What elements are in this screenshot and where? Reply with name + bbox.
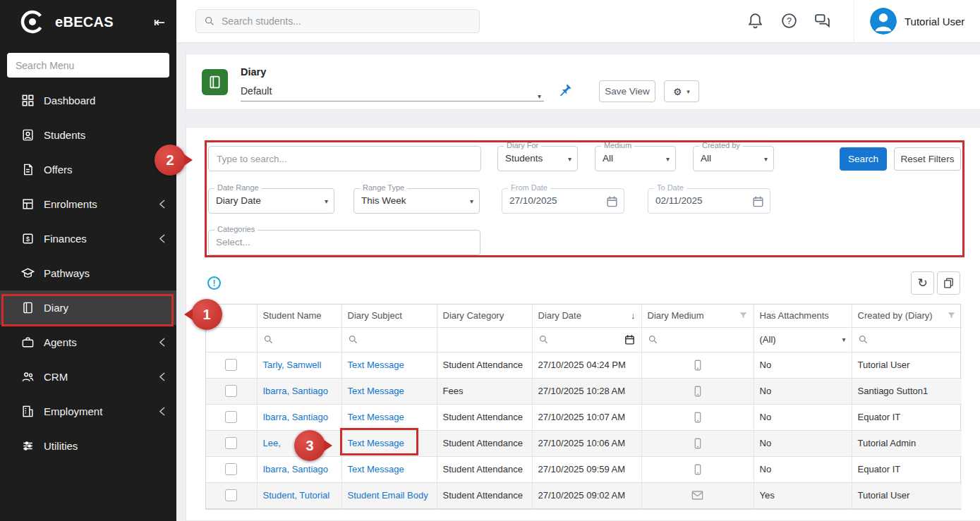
created-by-cell: Santiago Sutton1 [852, 378, 962, 404]
filter-created-by[interactable] [852, 327, 962, 352]
categories-select[interactable]: Categories Select... [208, 230, 480, 255]
sidebar-item-utilities[interactable]: Utilities [0, 429, 176, 463]
page-title: Diary [241, 66, 266, 78]
email-icon [691, 489, 704, 502]
created-by-select[interactable]: Created by All ▾ [693, 146, 774, 171]
sidebar-item-enrolments[interactable]: Enrolments [0, 187, 176, 221]
sidebar-item-pathways[interactable]: Pathways [0, 256, 176, 290]
phone-icon [691, 437, 704, 450]
col-diary-medium[interactable]: Diary Medium [641, 305, 754, 327]
diary-subject-link[interactable]: Text Message [348, 464, 404, 474]
row-checkbox[interactable] [225, 437, 237, 449]
range-type-select[interactable]: Range Type This Week ▾ [353, 188, 480, 214]
refresh-button[interactable]: ↻ [911, 271, 934, 295]
date-range-select[interactable]: Date Range Diary Date ▾ [208, 188, 334, 214]
save-view-button[interactable]: Save View [599, 80, 655, 102]
col-student-name[interactable]: Student Name [257, 305, 341, 327]
from-date-field[interactable]: From Date 27/10/2025 [502, 188, 624, 214]
filter-diary-category[interactable] [437, 327, 532, 352]
pin-icon[interactable] [557, 82, 573, 98]
filter-diary-date[interactable] [532, 327, 641, 352]
sidebar-item-label: Students [44, 129, 85, 141]
diary-text-search-input[interactable] [208, 146, 481, 171]
sidebar-item-label: Finances [44, 233, 87, 245]
row-checkbox[interactable] [225, 411, 237, 423]
diary-row: Tarly, Samwell Text Message Student Atte… [206, 352, 962, 378]
calendar-icon[interactable] [751, 195, 765, 208]
search-icon [648, 334, 748, 345]
student-name-link[interactable]: Tarly, Samwell [263, 360, 322, 370]
sidebar-item-employment[interactable]: Employment [0, 394, 176, 429]
row-checkbox[interactable] [225, 489, 237, 501]
sidebar-item-crm[interactable]: CRM [0, 360, 176, 394]
col-has-attachments[interactable]: Has Attachments [754, 305, 852, 327]
diary-category-cell: Student Attendance [437, 404, 532, 430]
copy-button[interactable] [937, 271, 960, 295]
search-button[interactable]: Search [840, 147, 887, 171]
sidebar-item-diary[interactable]: Diary [0, 290, 176, 325]
student-name-link[interactable]: Student, Tutorial [263, 490, 330, 501]
col-created-by[interactable]: Created by (Diary) [852, 305, 962, 327]
filter-funnel-icon[interactable] [739, 311, 748, 320]
sidebar-item-offers[interactable]: Offers [0, 152, 176, 187]
view-select-dropdown[interactable]: Default ▾ [241, 82, 544, 102]
diary-subject-link[interactable]: Text Message [348, 360, 404, 370]
user-menu[interactable]: Tutorial User [854, 0, 964, 42]
sidebar-item-label: Utilities [44, 440, 78, 452]
diary-subject-link[interactable]: Text Message [348, 386, 404, 396]
row-checkbox[interactable] [225, 463, 237, 475]
row-checkbox[interactable] [225, 359, 237, 371]
diary-subject-link[interactable]: Student Email Body [348, 490, 428, 501]
dashboard-icon [21, 94, 35, 107]
filter-diary-medium[interactable] [641, 327, 754, 352]
col-diary-category[interactable]: Diary Category [437, 305, 532, 327]
sidebar-item-dashboard[interactable]: Dashboard [0, 83, 176, 118]
date-range-label: Date Range [214, 183, 262, 192]
sidebar-item-agents[interactable]: Agents [0, 325, 176, 360]
notifications-bell-icon[interactable] [746, 12, 764, 30]
diary-subject-link[interactable]: Text Message [348, 412, 404, 422]
calendar-icon[interactable] [605, 195, 619, 208]
filter-diary-subject[interactable] [341, 327, 437, 352]
student-search-input[interactable] [222, 16, 471, 27]
chevron-left-icon [159, 200, 165, 209]
student-name-link[interactable]: Ibarra, Santiago [263, 464, 329, 474]
diary-for-select[interactable]: Diary For Students ▾ [497, 146, 578, 171]
col-diary-subject[interactable]: Diary Subject [341, 305, 437, 327]
diary-main-card: Diary For Students ▾ Medium All ▾ Create… [186, 127, 980, 521]
reset-filters-button[interactable]: Reset Filters [894, 147, 961, 171]
sidebar-item-students[interactable]: Students [0, 118, 176, 152]
diary-subject-link[interactable]: Text Message [348, 438, 404, 448]
sidebar-nav: Dashboard Students Offers Enrolments $ F… [0, 83, 176, 463]
chevron-down-icon: ▾ [686, 88, 690, 95]
student-name-link[interactable]: Ibarra, Santiago [263, 386, 329, 396]
chevron-left-icon [159, 407, 165, 416]
grid-header-row: Student Name Diary Subject Diary Categor… [206, 305, 962, 327]
to-date-field[interactable]: To Date 02/11/2025 [648, 188, 770, 214]
info-icon[interactable]: ! [207, 276, 221, 290]
has-attachments-cell: No [754, 352, 852, 378]
sidebar-collapse-icon[interactable]: ⇤ [154, 16, 165, 29]
diary-for-label: Diary For [504, 141, 541, 149]
filter-has-attachments[interactable]: (All)▾ [754, 327, 852, 352]
ebecas-logo-icon [18, 8, 47, 36]
sidebar-item-label: CRM [44, 371, 68, 383]
menu-search-input[interactable] [7, 53, 169, 78]
view-settings-button[interactable]: ⚙ ▾ [664, 80, 699, 102]
medium-select[interactable]: Medium All ▾ [595, 146, 676, 171]
filter-funnel-icon[interactable] [947, 311, 956, 320]
calendar-icon[interactable] [624, 333, 636, 345]
sidebar-item-finances[interactable]: $ Finances [0, 221, 176, 256]
chat-icon[interactable] [813, 12, 831, 30]
col-diary-date[interactable]: Diary Date↓ [532, 305, 641, 327]
help-icon[interactable]: ? [780, 12, 798, 30]
filter-student-name[interactable] [257, 327, 341, 352]
diary-category-cell: Fees [437, 378, 532, 404]
diary-date-cell: 27/10/2025 10:28 AM [532, 378, 641, 404]
row-checkbox[interactable] [225, 385, 237, 397]
diary-date-cell: 27/10/2025 04:24 PM [532, 352, 641, 378]
student-name-link[interactable]: Ibarra, Santiago [263, 412, 329, 422]
students-icon [21, 128, 35, 142]
student-name-link[interactable]: Lee, [263, 438, 281, 448]
student-search [195, 9, 480, 33]
